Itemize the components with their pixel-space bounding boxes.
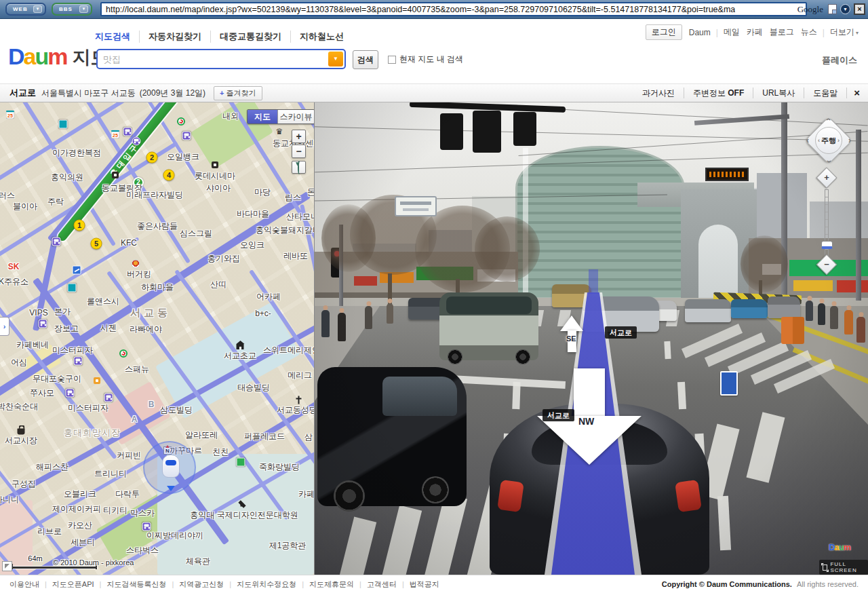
map-zoom-out-button[interactable]: − [292,145,306,158]
arch-gate [681,189,757,299]
chevron-down-icon: ▾ [856,30,859,36]
route-badge[interactable]: 4 [163,170,175,181]
address-bar[interactable]: http://local.daum.net/map/index.jsp?wx=5… [100,2,807,16]
google-label: Google [797,4,823,15]
lane-marking [677,382,686,410]
search-history-dropdown-icon[interactable]: ▼ [328,52,343,66]
nav-down-icon[interactable]: ‹ [825,157,833,166]
route-badge[interactable]: 1 [74,220,85,231]
map-label: 아니니 [0,494,19,505]
footer-link[interactable]: 지도위치수정요청 [224,579,296,590]
more-menu[interactable]: 더보기▾ [830,26,859,38]
map-label: 스위트메리제인 [263,345,314,356]
place-link[interactable]: 플레이스 [822,54,857,66]
toolbar-close-icon[interactable]: × [854,3,865,15]
tree [475,216,540,282]
gnb-link[interactable]: 뉴스 [801,26,817,38]
map-label: 산타모니카 [286,211,314,223]
gnb-links: 메일카페블로그뉴스 [724,26,817,38]
footer-link[interactable]: 법적공지 [397,579,439,590]
map-resize-corner[interactable] [2,561,12,571]
map-zoom-in-button[interactable]: + [292,130,306,143]
tab-자동차길찾기[interactable]: 자동차길찾기 [139,31,201,43]
route-badge[interactable]: 5 [91,238,102,250]
map-label: SK주유소 [0,276,28,288]
chevron-down-icon: ▼ [33,5,42,13]
close-roadview-button[interactable]: × [846,88,868,98]
footer-link[interactable]: 지도검색등록신청 [94,579,167,590]
bbs-dropdown[interactable]: BBS ▼ [52,3,92,16]
copyright: Copyright © Daum Communications. All rig… [662,580,859,588]
pano-zoom-handle[interactable] [821,241,833,249]
toolbar-menu-icon[interactable]: ▼ [840,4,850,14]
nav-right-icon[interactable]: › [846,136,854,145]
checkbox[interactable] [388,56,396,64]
daum-home-link[interactable]: Daum [689,28,711,37]
pedestrian [338,313,346,341]
daum-logo: Daum [8,45,67,68]
help-button[interactable]: 도움말 [804,88,846,98]
search-input[interactable] [103,52,327,66]
fullscreen-button[interactable]: FULL SCREEN [819,560,868,575]
road-name-label[interactable]: 서교로 [542,409,574,421]
skyview-mode-button[interactable]: 스카이뷰 [277,110,314,123]
panel-collapse-tab[interactable]: › [0,317,9,336]
map-panel[interactable]: 홍대입구 2 2525♛N 이가경한복점홍익의원동교볼링장미래프라자빌딩내외오일… [0,102,314,575]
capture-date: (2009년 3월 12일) [140,88,205,99]
map-label: 미스터피자 [52,345,93,356]
web-dropdown[interactable]: WEB ▼ [5,3,46,16]
green-glass-building [515,146,685,299]
nav-up-icon[interactable]: ‹ [825,115,833,123]
university-icon [238,499,247,508]
button-label: 도움말 [813,88,837,98]
add-page-icon[interactable] [828,4,837,14]
button-label: URL복사 [762,88,795,98]
favorite-button[interactable]: + 즐겨찾기 [214,86,262,100]
map-scale-label: 64m [28,554,42,562]
tab-대중교통길찾기[interactable]: 대중교통길찾기 [210,31,281,43]
login-button[interactable]: 로그인 [646,24,682,40]
map-label: 버거킹 [127,269,151,280]
gnb-link[interactable]: 블로그 [770,26,794,38]
footer-link[interactable]: 이용안내 [9,579,39,590]
traffic-light [440,113,463,150]
map-label: 립스 [285,192,301,204]
roadview-position-marker[interactable] [143,441,196,494]
map-label: 미스터피자 [68,402,108,414]
map-label: 미래프라자빌딩 [126,189,183,201]
map-label: 서교동 [130,307,171,320]
bank-icon [73,266,81,275]
footer-link[interactable]: 지도제휴문의 [296,579,354,590]
nearby-info-button[interactable]: 주변정보 OFF [684,88,753,98]
forward-arrow-icon[interactable] [560,315,583,331]
daum-map-logo[interactable]: Daum 지도 [8,45,109,68]
gnb-link[interactable]: 카페 [747,26,763,38]
footer-link[interactable]: 지역광고신청 [166,579,224,590]
map-label: 장보고 [54,323,79,334]
past-photo-button[interactable]: 과거사진 [633,88,684,98]
drive-button[interactable]: ‹ 주행 › [815,127,842,154]
parking-icon [237,458,245,467]
drive-nav-pad[interactable]: ‹ ‹ ‹ › ‹ 주행 › [804,116,853,165]
route-badge[interactable]: 2 [146,152,158,164]
footer-link[interactable]: 지도오픈API [39,579,94,590]
map-label: 세븐티 [71,537,95,548]
nav-left-icon[interactable]: ‹ [804,136,812,145]
logo-letter: m [47,43,66,69]
pedestrian [844,310,853,334]
map-label: VIPS [29,308,47,318]
search-button[interactable]: 검색 [353,50,378,69]
map-label: A [132,415,138,424]
tab-지하철노선[interactable]: 지하철노선 [290,31,344,43]
map-refresh-button[interactable] [292,161,306,174]
footer-link[interactable]: 고객센터 [354,579,397,590]
backward-arrow-stem[interactable] [574,368,605,417]
roadview-photo[interactable]: SE NW 서교로 서교로 ‹ ‹ ‹ › ‹ 주행 › + − [315,102,868,575]
map-label: 하회마을 [141,282,174,293]
map-label: 어카페 [256,291,281,303]
url-copy-button[interactable]: URL복사 [753,88,804,98]
gnb-link[interactable]: 메일 [724,26,740,38]
map-mode-button[interactable]: 지도 [248,110,277,123]
road-name-label[interactable]: 서교로 [605,326,637,339]
tab-지도검색[interactable]: 지도검색 [95,31,130,43]
